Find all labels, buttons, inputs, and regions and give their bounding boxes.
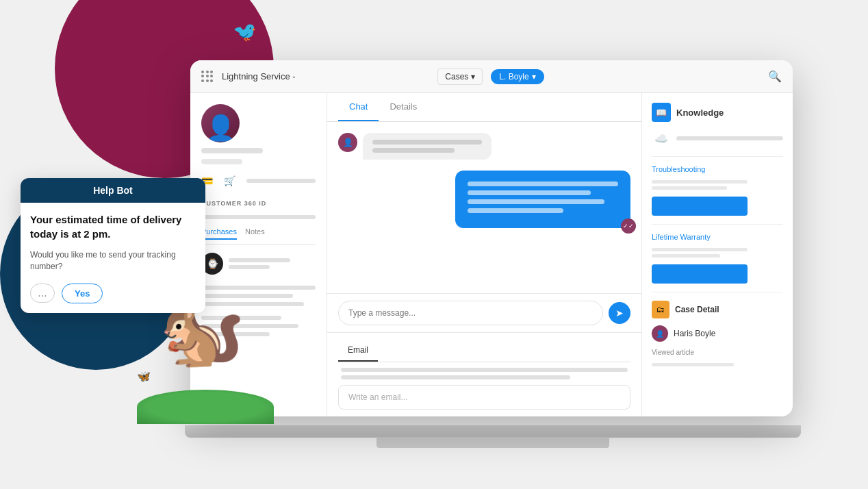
warranty-button[interactable] bbox=[652, 264, 748, 284]
tab-purchases[interactable]: Purchases bbox=[201, 227, 237, 240]
sent-bar-1 bbox=[468, 181, 618, 186]
chat-tabs: Chat Details bbox=[327, 93, 641, 122]
troubleshooting-bars bbox=[652, 180, 783, 190]
cust-id-bar bbox=[201, 215, 316, 219]
chat-input-area: ➤ bbox=[327, 293, 641, 332]
chat-input[interactable] bbox=[338, 301, 603, 325]
cases-nav[interactable]: Cases ▾ bbox=[437, 68, 483, 85]
recv-bar-1 bbox=[372, 140, 482, 145]
browser-content: 👤 💳 🛒 CUSTOMER 360 ID Purchases Notes ⌚ bbox=[190, 93, 793, 416]
helpbot-actions: ... Yes bbox=[30, 284, 196, 303]
product-bar-1 bbox=[229, 258, 290, 262]
center-panel: Chat Details 👤 bbox=[327, 93, 642, 416]
browser-topbar: Lightning Service - Cases ▾ L. Boyle ▾ 🔍 bbox=[190, 60, 793, 93]
knowledge-title: Knowledge bbox=[676, 108, 724, 118]
helpbot-body: Your estimated time of delivery today is… bbox=[21, 203, 205, 313]
troubleshooting-button[interactable] bbox=[652, 197, 748, 216]
helpbot-card: Help Bot Your estimated time of delivery… bbox=[21, 178, 205, 313]
tab-details[interactable]: Details bbox=[379, 93, 428, 121]
received-bubble bbox=[363, 133, 492, 160]
helpbot-message: Your estimated time of delivery today is… bbox=[30, 212, 196, 241]
divider-2 bbox=[652, 224, 783, 225]
case-detail-row: 🗂 Case Detail bbox=[652, 301, 783, 318]
bird-decoration: 🐦 bbox=[233, 21, 257, 43]
app-title: Lightning Service - bbox=[222, 71, 429, 82]
w-bar-1 bbox=[652, 248, 748, 251]
astro-mascot: 🐿️ bbox=[157, 297, 246, 434]
product-bar-2 bbox=[229, 265, 270, 269]
sender-avatar: 👤 bbox=[338, 133, 357, 152]
knowledge-icon: 📖 bbox=[652, 103, 671, 122]
helpbot-header: Help Bot bbox=[21, 178, 205, 203]
mini-bar bbox=[246, 179, 316, 183]
viewed-label: Viewed article bbox=[652, 349, 783, 356]
sent-bubble: ✓✓ bbox=[455, 171, 630, 228]
name-bar-1 bbox=[201, 148, 263, 153]
chat-area: 👤 ✓✓ bbox=[327, 122, 641, 293]
email-tabs: Email bbox=[338, 340, 630, 362]
case-icon: 🗂 bbox=[652, 301, 669, 318]
viewed-bar bbox=[652, 363, 734, 366]
divider-1 bbox=[652, 156, 783, 157]
browser-frame: Lightning Service - Cases ▾ L. Boyle ▾ 🔍… bbox=[190, 60, 793, 416]
laptop-base bbox=[185, 425, 801, 438]
sent-bar-4 bbox=[468, 208, 563, 213]
yes-button[interactable]: Yes bbox=[62, 284, 103, 303]
knowledge-section: 📖 Knowledge bbox=[652, 103, 783, 122]
icon-row: 💳 🛒 bbox=[201, 175, 316, 186]
avatar-section: 👤 bbox=[201, 104, 316, 164]
email-bars bbox=[338, 368, 630, 379]
person-name: Haris Boyle bbox=[674, 329, 715, 338]
search-icon[interactable]: 🔍 bbox=[768, 70, 782, 83]
product-item: ⌚ bbox=[201, 253, 316, 275]
email-bar-2 bbox=[341, 375, 570, 379]
app-grid-icon bbox=[201, 71, 214, 83]
cloud-icon: ☁️ bbox=[652, 129, 671, 148]
email-compose[interactable]: Write an email... bbox=[338, 385, 630, 410]
sent-badge: ✓✓ bbox=[621, 218, 636, 234]
cloud-bar bbox=[676, 136, 783, 140]
laptop-stand bbox=[376, 437, 609, 448]
avatar: 👤 bbox=[201, 104, 240, 142]
user-nav[interactable]: L. Boyle ▾ bbox=[491, 69, 544, 84]
customer-id-label: CUSTOMER 360 ID bbox=[201, 200, 316, 207]
tab-chat[interactable]: Chat bbox=[338, 93, 379, 121]
tab-notes[interactable]: Notes bbox=[245, 227, 265, 240]
cart-icon: 🛒 bbox=[224, 175, 235, 186]
detail-bar-1 bbox=[201, 286, 316, 290]
case-detail-title: Case Detail bbox=[675, 305, 719, 314]
person-avatar: 👤 bbox=[652, 325, 668, 342]
warranty-bars bbox=[652, 248, 783, 258]
dots-button[interactable]: ... bbox=[30, 284, 55, 303]
email-tab[interactable]: Email bbox=[338, 340, 378, 362]
helpbot-sub: Would you like me to send your tracking … bbox=[30, 249, 196, 273]
t-bar-2 bbox=[652, 186, 727, 190]
email-section: Email Write an email... bbox=[327, 332, 641, 416]
purchases-tab-row: Purchases Notes bbox=[201, 227, 316, 244]
right-panel: 📖 Knowledge ☁️ Troubleshooting Lifetime … bbox=[642, 93, 793, 416]
sent-bar-2 bbox=[468, 190, 591, 195]
t-bar-1 bbox=[652, 180, 748, 184]
send-button[interactable]: ➤ bbox=[609, 302, 630, 324]
product-bars bbox=[229, 258, 290, 269]
message-sent: ✓✓ bbox=[338, 171, 630, 228]
w-bar-2 bbox=[652, 254, 720, 258]
person-row: 👤 Haris Boyle bbox=[652, 325, 783, 342]
recv-bar-2 bbox=[372, 148, 455, 153]
name-bar-2 bbox=[201, 159, 242, 164]
message-received: 👤 bbox=[338, 133, 630, 160]
butterfly-decoration: 🦋 bbox=[137, 370, 151, 383]
warranty-link[interactable]: Lifetime Warranty bbox=[652, 233, 783, 241]
email-bar-1 bbox=[341, 368, 628, 372]
troubleshooting-link[interactable]: Troubleshooting bbox=[652, 165, 783, 173]
divider-3 bbox=[652, 292, 783, 292]
sent-bar-3 bbox=[468, 199, 604, 204]
cloud-row: ☁️ bbox=[652, 129, 783, 148]
